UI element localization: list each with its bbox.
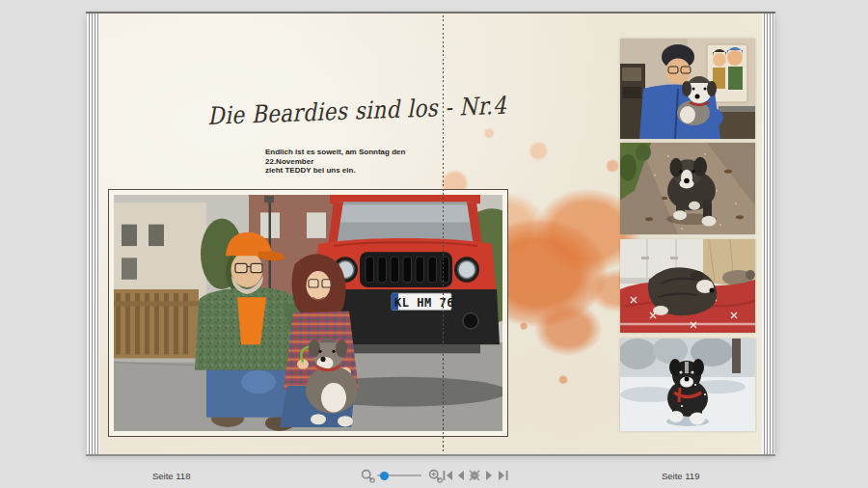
last-page-button[interactable] [498,471,508,480]
page-stack-left-edge [87,14,99,454]
zoom-out-button[interactable] [361,469,375,483]
photo-dog-running-in-snow[interactable] [620,339,755,431]
subtitle-line-2: zieht TEDDY bei uns ein. [265,166,356,175]
page-stack-right-edge [762,14,774,454]
left-page-number-label: Seite 118 [152,471,190,481]
next-page-button[interactable] [485,471,494,480]
first-page-button[interactable] [443,471,453,480]
photobook-viewer: Die Beardies sind los - Nr.4 Endlich ist… [0,0,868,488]
page-subtitle[interactable]: Endlich ist es soweit, am Sonntag den 22… [265,148,448,176]
photo-man-holding-puppy[interactable] [620,39,755,139]
previous-page-button[interactable] [456,471,465,480]
subtitle-line-1: Endlich ist es soweit, am Sonntag den 22… [265,148,405,166]
right-page-number-label: Seite 119 [662,471,699,481]
zoom-in-button[interactable] [428,469,443,483]
zoom-slider-handle[interactable] [380,472,389,480]
license-plate-text: KL HM 76 [394,296,454,310]
photobook-spread: Die Beardies sind los - Nr.4 Endlich ist… [87,14,774,454]
photo-couple-with-jeep[interactable]: KL HM 76 [108,189,508,437]
fit-page-button[interactable] [469,470,480,481]
photo-puppy-on-path[interactable] [620,143,755,234]
spine-fold-line [443,15,444,452]
spread-pages: Die Beardies sind los - Nr.4 Endlich ist… [99,14,762,454]
photo-puppy-sleeping-on-cushion[interactable] [620,239,755,333]
